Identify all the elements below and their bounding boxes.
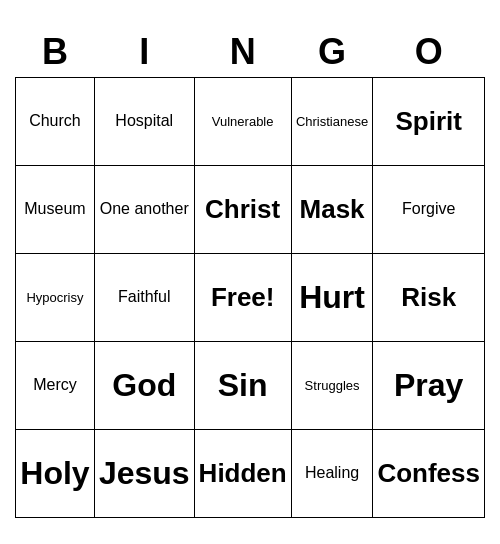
header-letter-n: N [194,27,291,78]
bingo-cell-4-0: Holy [16,429,95,517]
bingo-cell-0-4: Spirit [373,77,485,165]
bingo-cell-3-1: God [94,341,194,429]
bingo-cell-3-4: Pray [373,341,485,429]
bingo-cell-0-2: Vulnerable [194,77,291,165]
header-letter-g: G [291,27,373,78]
bingo-cell-4-1: Jesus [94,429,194,517]
bingo-cell-2-1: Faithful [94,253,194,341]
bingo-cell-3-2: Sin [194,341,291,429]
header-letter-b: B [16,27,95,78]
bingo-cell-3-0: Mercy [16,341,95,429]
bingo-cell-4-3: Healing [291,429,373,517]
bingo-cell-2-0: Hypocrisy [16,253,95,341]
bingo-cell-4-2: Hidden [194,429,291,517]
header-letter-o: O [373,27,485,78]
bingo-row-2: HypocrisyFaithfulFree!HurtRisk [16,253,485,341]
bingo-cell-1-0: Museum [16,165,95,253]
bingo-cell-1-2: Christ [194,165,291,253]
bingo-cell-0-3: Christianese [291,77,373,165]
bingo-cell-1-3: Mask [291,165,373,253]
bingo-cell-2-2: Free! [194,253,291,341]
header-row: BINGO [16,27,485,78]
header-letter-i: I [94,27,194,78]
bingo-cell-2-3: Hurt [291,253,373,341]
bingo-row-0: ChurchHospitalVulnerableChristianeseSpir… [16,77,485,165]
bingo-cell-0-1: Hospital [94,77,194,165]
bingo-cell-4-4: Confess [373,429,485,517]
bingo-row-1: MuseumOne anotherChristMaskForgive [16,165,485,253]
bingo-cell-1-4: Forgive [373,165,485,253]
bingo-card: BINGO ChurchHospitalVulnerableChristiane… [15,27,485,518]
bingo-cell-0-0: Church [16,77,95,165]
bingo-cell-3-3: Struggles [291,341,373,429]
bingo-row-3: MercyGodSinStrugglesPray [16,341,485,429]
bingo-cell-2-4: Risk [373,253,485,341]
bingo-cell-1-1: One another [94,165,194,253]
bingo-row-4: HolyJesusHiddenHealingConfess [16,429,485,517]
